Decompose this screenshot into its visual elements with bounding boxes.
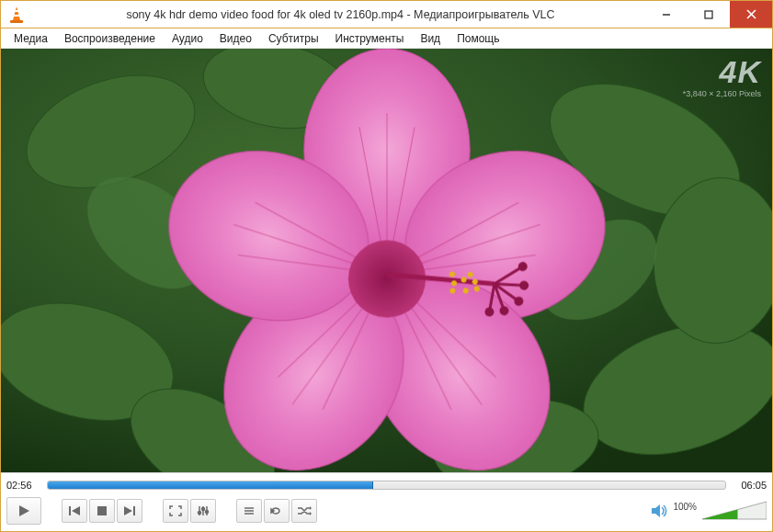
svg-marker-46 [72, 506, 80, 515]
window-buttons [645, 1, 772, 28]
menu-audio[interactable]: Аудио [165, 30, 210, 47]
overlay-4k: 4K *3,840 × 2,160 Pixels [683, 56, 761, 98]
menu-playback[interactable]: Воспроизведение [57, 30, 163, 47]
maximize-button[interactable] [688, 1, 730, 28]
playlist-button[interactable] [236, 499, 262, 523]
controls-panel: 02:56 06:05 [1, 472, 772, 531]
minimize-button[interactable] [645, 1, 688, 28]
previous-button[interactable] [62, 499, 87, 523]
svg-point-54 [202, 508, 205, 511]
svg-marker-0 [13, 6, 20, 20]
svg-rect-5 [705, 11, 712, 18]
menu-tools[interactable]: Инструменты [328, 30, 412, 47]
video-area[interactable]: 4K *3,840 × 2,160 Pixels [1, 49, 772, 472]
loop-icon [269, 505, 284, 516]
volume-icon[interactable] [651, 504, 667, 518]
time-total[interactable]: 06:05 [733, 480, 767, 491]
stop-button[interactable] [89, 499, 115, 523]
window-title: sony 4k hdr demo video food for 4k oled … [27, 8, 645, 21]
extended-settings-button[interactable] [190, 499, 216, 523]
play-button[interactable] [6, 497, 41, 525]
menubar: Медиа Воспроизведение Аудио Видео Субтит… [1, 28, 772, 49]
next-button[interactable] [117, 499, 142, 523]
svg-marker-61 [310, 512, 312, 515]
svg-point-53 [199, 512, 201, 515]
svg-marker-62 [652, 504, 660, 517]
stop-icon [97, 505, 108, 516]
vlc-cone-icon [6, 5, 27, 25]
time-elapsed[interactable]: 02:56 [6, 480, 40, 491]
menu-help[interactable]: Помощь [449, 30, 506, 47]
menu-video[interactable]: Видео [212, 30, 259, 47]
svg-marker-48 [124, 506, 132, 515]
fullscreen-icon [169, 505, 182, 516]
seek-bar[interactable] [47, 481, 726, 490]
svg-marker-60 [310, 506, 312, 510]
menu-subtitles[interactable]: Субтитры [261, 30, 326, 47]
speaker-icon [651, 504, 667, 518]
svg-rect-49 [133, 506, 135, 515]
svg-marker-44 [19, 505, 29, 516]
svg-marker-59 [271, 509, 274, 513]
volume-slider[interactable] [702, 501, 767, 521]
menu-media[interactable]: Медиа [6, 30, 55, 47]
svg-rect-47 [97, 506, 107, 515]
overlay-4k-badge: 4K [683, 56, 761, 87]
equalizer-icon [197, 505, 210, 516]
fullscreen-button[interactable] [163, 499, 188, 523]
skip-next-icon [123, 505, 136, 516]
menu-view[interactable]: Вид [413, 30, 448, 47]
svg-rect-3 [10, 20, 23, 23]
loop-button[interactable] [264, 499, 290, 523]
shuffle-icon [297, 505, 312, 516]
close-button[interactable] [730, 1, 772, 28]
seek-fill [48, 481, 373, 489]
skip-previous-icon [68, 505, 81, 516]
titlebar: sony 4k hdr demo video food for 4k oled … [1, 1, 772, 28]
svg-rect-1 [15, 10, 19, 12]
svg-rect-2 [13, 15, 20, 17]
video-frame-image [1, 49, 772, 472]
volume-label: 100% [673, 502, 697, 512]
playlist-icon [243, 505, 256, 516]
svg-point-55 [206, 511, 209, 514]
svg-rect-45 [69, 506, 71, 515]
play-icon [17, 504, 30, 517]
shuffle-button[interactable] [291, 499, 317, 523]
overlay-resolution: *3,840 × 2,160 Pixels [683, 89, 761, 98]
